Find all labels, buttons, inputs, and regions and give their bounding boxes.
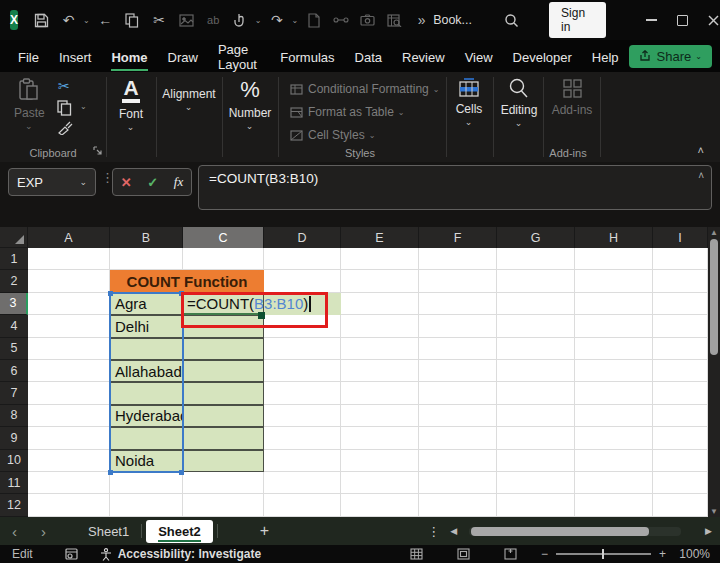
cell-A8[interactable] [28,405,110,427]
column-header-G[interactable]: G [497,227,575,248]
cell-A4[interactable] [28,315,110,337]
zoom-out-icon[interactable]: − [541,547,548,561]
cell-G7[interactable] [497,382,575,404]
cell-H2[interactable] [575,270,653,292]
cell-D12[interactable] [264,494,341,516]
number-group-button[interactable]: % Number ⌄ [226,78,274,131]
macro-record-icon[interactable] [65,548,78,560]
sheet-view-icon[interactable] [383,9,406,31]
cell-B1[interactable] [110,248,183,270]
cell-F3[interactable] [419,293,497,315]
scroll-up-icon[interactable]: ▲ [708,228,720,237]
cell-G3[interactable] [497,293,575,315]
cell-G2[interactable] [497,270,575,292]
select-all-corner[interactable] [0,227,28,248]
cell-E10[interactable] [341,450,419,472]
cell-I4[interactable] [653,315,708,337]
cell-E8[interactable] [341,405,419,427]
row-header-1[interactable]: 1 [0,248,28,270]
alignment-group-button[interactable]: Alignment ⌄ [159,78,219,112]
cell-C6[interactable] [183,360,264,382]
maximize-button[interactable] [667,7,698,33]
ribbon-tab-home[interactable]: Home [101,43,157,70]
cell-F10[interactable] [419,450,497,472]
cell-H3[interactable] [575,293,653,315]
merged-title-cell-B2[interactable]: COUNT Function [110,270,264,292]
cell-B3[interactable]: Agra [110,293,183,315]
cell-H5[interactable] [575,338,653,360]
editing-group-button[interactable]: Editing ⌄ [496,78,542,128]
formula-input[interactable]: =COUNT(B3:B10) [198,165,712,210]
row-header-7[interactable]: 7 [0,382,28,404]
cell-I6[interactable] [653,360,708,382]
overflow-icon[interactable]: » [410,9,433,31]
cell-C3-formula[interactable]: =COUNT(B3:B10) [187,293,311,315]
normal-view-icon[interactable] [410,548,423,560]
cell-D10[interactable] [264,450,341,472]
cell-B7[interactable] [110,382,183,404]
cells-group-button[interactable]: Cells ⌄ [450,78,488,127]
ribbon-tab-formulas[interactable]: Formulas [270,43,344,70]
row-header-9[interactable]: 9 [0,427,28,449]
row-header-10[interactable]: 10 [0,450,28,472]
cell-G5[interactable] [497,338,575,360]
cell-H6[interactable] [575,360,653,382]
cell-H7[interactable] [575,382,653,404]
row-header-8[interactable]: 8 [0,405,28,427]
cell-C10[interactable] [183,450,264,472]
cell-D5[interactable] [264,338,341,360]
column-header-I[interactable]: I [653,227,708,248]
format-as-table-button[interactable]: Format as Table ⌄ [290,105,405,119]
add-ins-button[interactable]: Add-ins [550,78,594,117]
ribbon-tab-page-layout[interactable]: Page Layout [208,35,270,77]
font-group-button[interactable]: A Font ⌄ [113,78,149,132]
copy-menu-chevron[interactable]: ⌄ [80,102,87,111]
cell-D8[interactable] [264,405,341,427]
cell-F6[interactable] [419,360,497,382]
cut-button[interactable]: ✂ [58,78,70,94]
cell-I12[interactable] [653,494,708,516]
cell-B8[interactable]: Hyderabad [110,405,183,427]
column-header-A[interactable]: A [28,227,110,248]
cell-F4[interactable] [419,315,497,337]
row-header-5[interactable]: 5 [0,338,28,360]
copy-icon[interactable] [121,9,144,31]
column-header-C[interactable]: C [183,227,264,248]
cell-G8[interactable] [497,405,575,427]
row-header-4[interactable]: 4 [0,315,28,337]
cell-F2[interactable] [419,270,497,292]
scroll-down-icon[interactable]: ▼ [708,507,720,516]
cell-I2[interactable] [653,270,708,292]
cell-C8[interactable] [183,405,264,427]
row-header-12[interactable]: 12 [0,494,28,516]
cell-B5[interactable] [110,338,183,360]
ribbon-tab-help[interactable]: Help [582,43,629,70]
cell-B4[interactable]: Delhi [110,315,183,337]
clipboard-dialog-launcher-icon[interactable] [93,141,102,159]
cell-I7[interactable] [653,382,708,404]
cell-F11[interactable] [419,472,497,494]
cell-C7[interactable] [183,382,264,404]
cell-E9[interactable] [341,427,419,449]
cell-I10[interactable] [653,450,708,472]
ribbon-tab-insert[interactable]: Insert [49,43,102,70]
cell-B10[interactable]: Noida [110,450,183,472]
row-header-11[interactable]: 11 [0,472,28,494]
page-break-view-icon[interactable] [504,548,517,560]
cell-B11[interactable] [110,472,183,494]
cell-F8[interactable] [419,405,497,427]
redo-icon[interactable]: ↷ [265,9,288,31]
vertical-scrollbar-thumb[interactable] [710,239,718,355]
ribbon-tab-view[interactable]: View [455,43,503,70]
cell-H12[interactable] [575,494,653,516]
conditional-formatting-button[interactable]: Conditional Formatting ⌄ [290,82,439,96]
cell-G11[interactable] [497,472,575,494]
cell-H11[interactable] [575,472,653,494]
cell-I5[interactable] [653,338,708,360]
cell-A1[interactable] [28,248,110,270]
cell-G9[interactable] [497,427,575,449]
cell-A2[interactable] [28,270,110,292]
cell-D2[interactable] [264,270,341,292]
hscroll-right-icon[interactable]: ▶ [705,526,712,536]
row-header-6[interactable]: 6 [0,360,28,382]
